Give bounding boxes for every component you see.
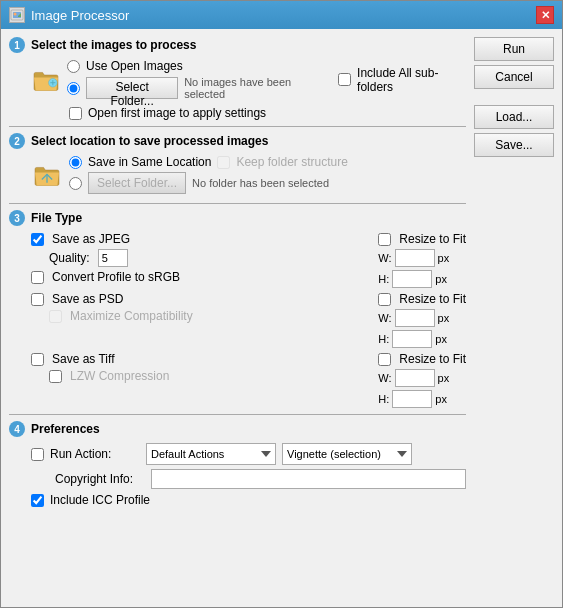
use-open-images-radio[interactable]: [67, 60, 80, 73]
jpeg-w-row: W: px: [378, 249, 466, 267]
maximize-compat-checkbox[interactable]: [49, 310, 62, 323]
section2-options: Save in Same Location Keep folder struct…: [69, 155, 348, 197]
save-same-radio[interactable]: [69, 156, 82, 169]
jpeg-w-input[interactable]: [395, 249, 435, 267]
save-button[interactable]: Save...: [474, 133, 554, 157]
tiff-w-label: W:: [378, 372, 391, 384]
section3-body: Save as JPEG Quality: Convert Profile to…: [9, 232, 466, 408]
psd-h-input[interactable]: [392, 330, 432, 348]
save-jpeg-checkbox[interactable]: [31, 233, 44, 246]
psd-h-row: H: px: [378, 330, 466, 348]
jpeg-w-px: px: [438, 252, 450, 264]
vignette-dropdown[interactable]: Vignette (selection): [282, 443, 412, 465]
lzw-label: LZW Compression: [70, 369, 169, 383]
save-tiff-label: Save as Tiff: [52, 352, 114, 366]
resize-fit2-checkbox[interactable]: [378, 293, 391, 306]
tiff-right: Resize to Fit W: px H: px: [378, 352, 466, 408]
psd-w-label: W:: [378, 312, 391, 324]
section2-title: Select location to save processed images: [31, 134, 268, 148]
select-folder-button[interactable]: Select Folder...: [86, 77, 178, 99]
save-tiff-checkbox[interactable]: [31, 353, 44, 366]
select-folder2-button[interactable]: Select Folder...: [88, 172, 186, 194]
include-subfolders-checkbox[interactable]: [338, 73, 351, 86]
jpeg-h-input[interactable]: [392, 270, 432, 288]
open-first-image-checkbox[interactable]: [69, 107, 82, 120]
open-first-image-row: Open first image to apply settings: [69, 106, 466, 120]
section4-header: 4 Preferences: [9, 421, 466, 439]
use-open-images-row: Use Open Images: [67, 59, 324, 73]
use-open-images-label: Use Open Images: [86, 59, 183, 73]
psd-h-label: H:: [378, 333, 389, 345]
select-folder2-radio[interactable]: [69, 177, 82, 190]
jpeg-h-px: px: [435, 273, 447, 285]
resize-fit3-row: Resize to Fit: [378, 352, 466, 366]
folder-icon-2: [31, 162, 63, 190]
save-same-row: Save in Same Location Keep folder struct…: [69, 155, 348, 169]
include-subfolders-row: Include All sub-folders: [338, 66, 466, 94]
quality-label: Quality:: [49, 251, 90, 265]
title-bar-left: Image Processor: [9, 7, 129, 23]
section1-header: 1 Select the images to process: [9, 37, 466, 55]
jpeg-right: Resize to Fit W: px H: px: [378, 232, 466, 288]
lzw-checkbox[interactable]: [49, 370, 62, 383]
resize-fit3-checkbox[interactable]: [378, 353, 391, 366]
psd-area: Save as PSD Maximize Compatibility Resiz…: [31, 292, 466, 348]
jpeg-h-row: H: px: [378, 270, 466, 288]
resize-fit2-row: Resize to Fit: [378, 292, 466, 306]
copyright-input[interactable]: [151, 469, 466, 489]
section4-title: Preferences: [31, 422, 100, 436]
copyright-label: Copyright Info:: [55, 472, 145, 486]
svg-point-2: [14, 13, 17, 16]
include-icc-row: Include ICC Profile: [31, 493, 466, 507]
tiff-h-input[interactable]: [392, 390, 432, 408]
tiff-left: Save as Tiff LZW Compression: [31, 352, 169, 386]
close-button[interactable]: ✕: [536, 6, 554, 24]
resize-fit1-row: Resize to Fit: [378, 232, 466, 246]
section3-num: 3: [9, 210, 25, 226]
section-save-location: 2 Select location to save processed imag…: [9, 133, 466, 197]
section3-title: File Type: [31, 211, 82, 225]
run-action-checkbox[interactable]: [31, 448, 44, 461]
convert-profile-label: Convert Profile to sRGB: [52, 270, 180, 284]
section-select-images: 1 Select the images to process: [9, 37, 466, 120]
jpeg-left: Save as JPEG Quality: Convert Profile to…: [31, 232, 180, 287]
save-psd-checkbox[interactable]: [31, 293, 44, 306]
run-button[interactable]: Run: [474, 37, 554, 61]
keep-structure-checkbox[interactable]: [217, 156, 230, 169]
tiff-h-label: H:: [378, 393, 389, 405]
psd-w-input[interactable]: [395, 309, 435, 327]
save-same-label: Save in Same Location: [88, 155, 211, 169]
jpeg-area: Save as JPEG Quality: Convert Profile to…: [31, 232, 466, 288]
load-button[interactable]: Load...: [474, 105, 554, 129]
psd-w-row: W: px: [378, 309, 466, 327]
copyright-row: Copyright Info:: [31, 469, 466, 489]
include-icc-checkbox[interactable]: [31, 494, 44, 507]
maximize-compat-row: Maximize Compatibility: [49, 309, 193, 323]
save-jpeg-row: Save as JPEG: [31, 232, 180, 246]
convert-profile-checkbox[interactable]: [31, 271, 44, 284]
section2-main-row: Save in Same Location Keep folder struct…: [31, 155, 466, 197]
select-folder-radio[interactable]: [67, 82, 80, 95]
run-action-label: Run Action:: [50, 447, 140, 461]
section2-header: 2 Select location to save processed imag…: [9, 133, 466, 151]
window-title: Image Processor: [31, 8, 129, 23]
tiff-w-px: px: [438, 372, 450, 384]
section4-num: 4: [9, 421, 25, 437]
section-file-type: 3 File Type Save as JPEG Quality:: [9, 210, 466, 408]
quality-input[interactable]: [98, 249, 128, 267]
resize-fit2-label: Resize to Fit: [399, 292, 466, 306]
default-actions-dropdown[interactable]: Default Actions: [146, 443, 276, 465]
tiff-w-row: W: px: [378, 369, 466, 387]
save-tiff-row: Save as Tiff: [31, 352, 169, 366]
lzw-row: LZW Compression: [49, 369, 169, 383]
tiff-h-px: px: [435, 393, 447, 405]
title-bar: Image Processor ✕: [1, 1, 562, 29]
left-panel: 1 Select the images to process: [9, 37, 466, 599]
cancel-button[interactable]: Cancel: [474, 65, 554, 89]
resize-fit1-checkbox[interactable]: [378, 233, 391, 246]
quality-row: Quality:: [49, 249, 180, 267]
resize-fit1-label: Resize to Fit: [399, 232, 466, 246]
convert-profile-row: Convert Profile to sRGB: [31, 270, 180, 284]
section1-num: 1: [9, 37, 25, 53]
tiff-w-input[interactable]: [395, 369, 435, 387]
